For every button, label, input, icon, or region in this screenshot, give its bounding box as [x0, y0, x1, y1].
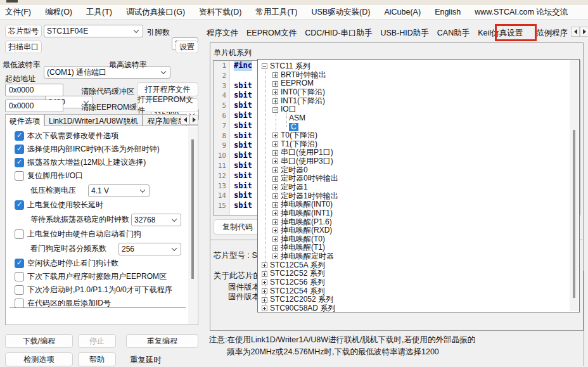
open-eeprom-button[interactable]: 打开EEPROM文件 — [137, 98, 198, 112]
tree-item[interactable]: C — [258, 122, 571, 131]
chip-model-button[interactable]: 芯片型号 — [5, 25, 42, 37]
tab-程序文件[interactable]: 程序文件 — [207, 28, 238, 39]
tab-CDC/HID-串口助手[interactable]: CDC/HID-串口助手 — [305, 28, 372, 39]
tree-item[interactable]: STC12C2052 系列 — [258, 295, 571, 304]
expand-icon[interactable] — [262, 297, 267, 303]
tree-item[interactable]: 掉电唤醒定时器 — [258, 252, 571, 261]
expand-icon[interactable] — [262, 306, 267, 311]
menu-item-AiCube(A)[interactable]: AiCube(A) — [384, 8, 421, 16]
tree-item[interactable]: T1(下降沿) — [258, 140, 571, 149]
expand-icon[interactable] — [272, 210, 278, 216]
tree-item[interactable]: 定时器1 — [258, 183, 571, 192]
tree-item[interactable]: 掉电唤醒(INT0) — [258, 200, 571, 209]
tree-item[interactable]: INT1(下降沿) — [258, 97, 571, 106]
menu-item-编程(O)[interactable]: 编程(O) — [45, 7, 72, 18]
tree-item[interactable]: INT0(下降沿) — [258, 88, 571, 97]
menu-item-文件(F)[interactable]: 文件(F) — [5, 7, 31, 18]
expand-icon[interactable] — [272, 89, 278, 95]
copy-code-button[interactable]: 复制代码 — [214, 219, 262, 235]
collapse-icon[interactable] — [272, 107, 278, 113]
tree-item[interactable]: STC90C58AD 系列 — [258, 304, 571, 312]
tree-item[interactable]: 定时器1时钟输出 — [258, 192, 571, 201]
menu-item-资料下载(D)[interactable]: 资料下载(D) — [199, 7, 241, 18]
scrollbar-thumb[interactable] — [191, 139, 194, 279]
expand-icon[interactable] — [272, 193, 278, 199]
eeprom-address-input[interactable]: 0x0000 — [5, 100, 63, 112]
tree-scrollbar[interactable] — [570, 60, 578, 311]
expand-icon[interactable] — [272, 219, 278, 225]
expand-icon[interactable] — [262, 280, 267, 285]
option-checkbox[interactable] — [15, 200, 24, 210]
tree-item[interactable]: 掉电唤醒(P1.6) — [258, 218, 571, 227]
option-select[interactable]: 256 — [118, 243, 181, 255]
tab-Link1D/Writer1A/U8W脱机[interactable]: Link1D/Writer1A/U8W脱机 — [44, 114, 143, 126]
menu-item-English[interactable]: English — [435, 8, 461, 16]
menu-item-常用工具(T)[interactable]: 常用工具(T) — [255, 7, 297, 18]
option-checkbox[interactable] — [15, 272, 24, 281]
tree-item[interactable]: STC12C52 系列 — [258, 269, 571, 278]
expand-icon[interactable] — [272, 236, 278, 242]
tab-USB-HID助手[interactable]: USB-HID助手 — [380, 28, 428, 39]
tab-CAN助手[interactable]: CAN助手 — [437, 28, 470, 39]
expand-icon[interactable] — [272, 81, 278, 87]
right-tab-scroll-right-button[interactable] — [580, 27, 588, 37]
scan-port-button[interactable]: 扫描串口 — [5, 41, 42, 53]
expand-icon[interactable] — [262, 271, 267, 277]
tree-item[interactable]: 掉电唤醒(T0) — [258, 235, 571, 244]
stop-button[interactable]: 停止 — [78, 334, 116, 348]
expand-icon[interactable] — [272, 141, 278, 147]
menu-item-USB驱动安装(D)[interactable]: USB驱动安装(D) — [311, 7, 370, 18]
window-scrollbar[interactable] — [584, 271, 584, 366]
expand-icon[interactable] — [272, 228, 278, 233]
download-button[interactable]: 下载/编程 — [5, 334, 73, 348]
option-checkbox[interactable] — [15, 158, 24, 167]
option-checkbox[interactable] — [15, 171, 24, 181]
menu-item-工具(T)[interactable]: 工具(T) — [86, 7, 112, 18]
tree-item[interactable]: ASM — [258, 114, 571, 123]
tree-item[interactable]: 定时器0时钟输出 — [258, 174, 571, 183]
repeat-program-button[interactable]: 重复编程 — [126, 334, 198, 348]
expand-icon[interactable] — [262, 288, 267, 294]
expand-icon[interactable] — [272, 132, 278, 138]
tree-item[interactable]: 掉电唤醒(T1) — [258, 243, 571, 252]
expand-icon[interactable] — [272, 167, 278, 173]
check-options-button[interactable]: 检测选项 — [5, 352, 73, 366]
option-select[interactable]: 4.1 V — [88, 184, 150, 197]
tree-item[interactable]: 串口(使用P3口) — [258, 157, 571, 166]
menu-item-调试仿真接口(G)[interactable]: 调试仿真接口(G) — [126, 7, 185, 18]
option-checkbox[interactable] — [15, 145, 24, 154]
expand-icon[interactable] — [262, 262, 267, 268]
tree-item[interactable]: EEPROM — [258, 79, 571, 88]
help-button[interactable]: 帮助 — [78, 352, 116, 366]
code-address-input[interactable]: 0x0000 — [5, 84, 63, 96]
expand-icon[interactable] — [272, 202, 278, 208]
expand-icon[interactable] — [272, 245, 278, 251]
right-tab-scroll-left-button[interactable] — [571, 27, 580, 37]
tree-item[interactable]: IO口 — [258, 105, 571, 114]
tree-item[interactable]: STC11 系列 — [258, 62, 571, 71]
tab-scroll-left-button[interactable] — [181, 115, 189, 125]
option-checkbox[interactable] — [15, 299, 24, 308]
expand-icon[interactable] — [272, 150, 278, 156]
collapse-icon[interactable] — [262, 63, 267, 69]
menu-item-www.STCAI.com 论坛交流[interactable]: www.STCAI.com 论坛交流 — [475, 7, 568, 18]
expand-icon[interactable] — [272, 158, 278, 164]
expand-icon[interactable] — [272, 176, 278, 182]
tree-item[interactable]: 掉电唤醒(INT1) — [258, 209, 571, 218]
tab-范例程序[interactable]: 范例程序 — [536, 28, 568, 39]
option-checkbox[interactable] — [15, 131, 24, 141]
options-scrollbar[interactable] — [188, 127, 197, 324]
tree-item[interactable]: T0(下降沿) — [258, 131, 571, 140]
option-checkbox[interactable] — [15, 285, 24, 295]
option-select[interactable]: 32768 — [131, 214, 181, 226]
com-port-select[interactable]: (COM1) 通信端口 — [44, 66, 170, 79]
expand-icon[interactable] — [272, 254, 278, 259]
tree-item[interactable]: 定时器0 — [258, 166, 571, 175]
tab-scroll-right-button[interactable] — [189, 115, 198, 125]
tree-item[interactable]: STC12C5A 系列 — [258, 261, 571, 270]
tab-硬件选项[interactable]: 硬件选项 — [5, 114, 44, 126]
option-checkbox[interactable] — [15, 229, 24, 239]
settings-button[interactable]: 设置 — [176, 41, 198, 53]
tree-item[interactable]: 掉电唤醒(RXD) — [258, 226, 571, 235]
expand-icon[interactable] — [272, 184, 278, 190]
